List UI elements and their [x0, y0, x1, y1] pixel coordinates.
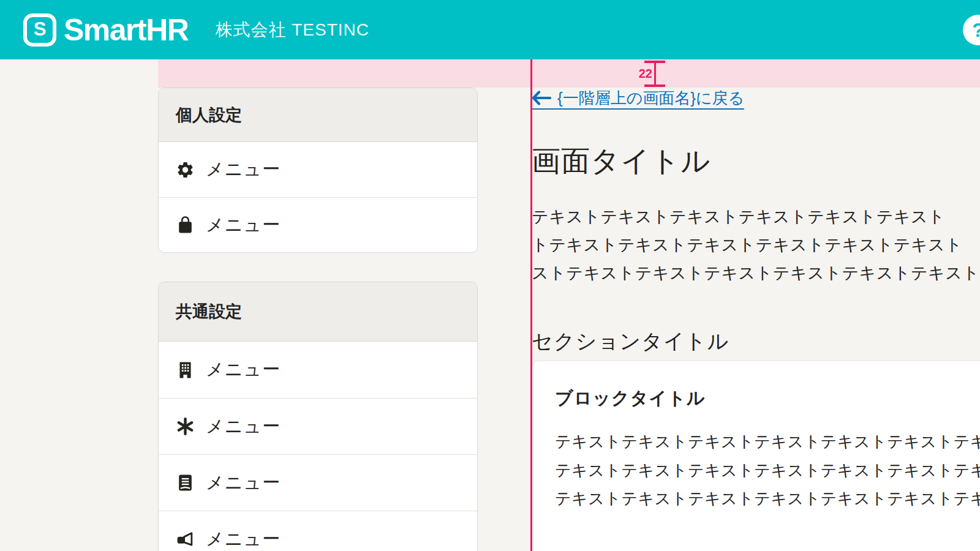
main-content: {一階層上の画面名}に戻る 画面タイトル テキストテキストテキストテキストテキス…	[532, 88, 979, 356]
logo-letter: S	[34, 20, 47, 39]
help-icon[interactable]: ?	[963, 15, 980, 45]
spacing-measure-marker: 22	[644, 61, 665, 87]
page-description-line: トテキストテキストテキストテキストテキストテキスト	[532, 231, 979, 259]
sidebar-item-label: メニュー	[206, 414, 281, 439]
common-settings-group: 共通設定 メニュー	[158, 282, 478, 551]
measure-stem	[654, 61, 656, 87]
sidebar-item-label: メニュー	[206, 157, 281, 182]
smarthr-logo-mark-icon: S	[23, 13, 56, 47]
block-text-line: テキストテキストテキストテキストテキストテキストテキスト	[555, 456, 980, 485]
sidebar-item-label: メニュー	[206, 213, 281, 238]
lock-icon	[176, 216, 195, 234]
back-link-label: {一階層上の画面名}に戻る	[557, 89, 744, 107]
page-description-line: ストテキストテキストテキストテキストテキストテキスト	[532, 259, 979, 287]
asterisk-icon	[176, 417, 195, 436]
block-text-line: テキストテキストテキストテキストテキストテキストテキスト	[555, 427, 980, 456]
arrow-left-icon	[532, 91, 551, 105]
gear-icon	[176, 160, 195, 179]
sidebar-item-personal-2[interactable]: メニュー	[159, 197, 477, 252]
settings-sidebar: 個人設定 メニュー メニュー 共通設定	[158, 88, 478, 551]
smarthr-logo[interactable]: S SmartHR	[23, 13, 188, 47]
block-title: ブロックタイトル	[555, 386, 705, 411]
help-glyph: ?	[972, 19, 980, 42]
sidebar-item-label: メニュー	[206, 527, 281, 551]
sidebar-item-personal-1[interactable]: メニュー	[159, 142, 477, 197]
app-header: S SmartHR 株式会社 TESTINC ?	[0, 0, 980, 59]
back-link[interactable]: {一階層上の画面名}に戻る	[532, 89, 744, 110]
sidebar-item-common-1[interactable]: メニュー	[159, 342, 477, 398]
content-left-edge-rule	[530, 59, 532, 551]
building-icon	[176, 361, 195, 380]
spacing-highlight-band	[158, 59, 980, 88]
page-title: 画面タイトル	[532, 144, 979, 178]
measure-bottom-bar	[644, 84, 665, 87]
block-text: テキストテキストテキストテキストテキストテキストテキスト テキストテキストテキス…	[555, 427, 980, 513]
brand-wordmark: SmartHR	[64, 15, 188, 45]
spacing-value: 22	[639, 66, 652, 80]
section-title: セクションタイトル	[532, 328, 979, 356]
block-text-line: テキストテキストテキストテキストテキストテキストテキスト	[555, 484, 980, 513]
sidebar-item-label: メニュー	[206, 358, 281, 382]
megaphone-icon	[176, 530, 195, 549]
screen: S SmartHR 株式会社 TESTINC ? 22 個人設定 メニュー	[0, 0, 980, 551]
sidebar-item-common-3[interactable]: メニュー	[159, 454, 477, 511]
content-block-card: ブロックタイトル テキストテキストテキストテキストテキストテキストテキスト テキ…	[532, 361, 980, 551]
page-description: テキストテキストテキストテキストテキストテキスト トテキストテキストテキストテキ…	[532, 203, 979, 287]
book-icon	[176, 473, 195, 492]
group-title-common: 共通設定	[159, 282, 477, 342]
page-description-line: テキストテキストテキストテキストテキストテキスト	[532, 203, 979, 231]
sidebar-item-common-4[interactable]: メニュー	[159, 511, 477, 551]
group-title-personal: 個人設定	[159, 88, 477, 142]
company-name: 株式会社 TESTINC	[215, 18, 369, 42]
sidebar-item-label: メニュー	[206, 471, 281, 495]
sidebar-item-common-2[interactable]: メニュー	[159, 398, 477, 454]
personal-settings-group: 個人設定 メニュー メニュー	[158, 88, 478, 253]
